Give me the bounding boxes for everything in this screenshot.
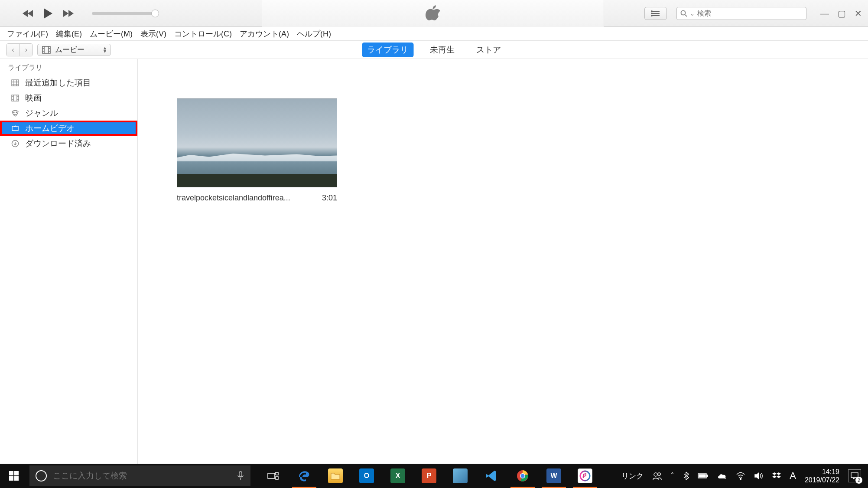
- search-input[interactable]: [697, 10, 803, 17]
- top-right-controls: ⌄ — ▢ ✕: [644, 0, 862, 27]
- tray-people-icon[interactable]: [652, 471, 662, 481]
- content-area: travelpocketsicelandlandoffirea... 3:01: [138, 59, 868, 464]
- sidebar: ライブラリ 最近追加した項目 映画 ジャンル: [0, 59, 138, 464]
- taskbar-itunes[interactable]: [569, 464, 601, 488]
- svg-point-5: [651, 15, 652, 16]
- svg-rect-35: [276, 472, 278, 475]
- sidebar-item-label: ダウンロード済み: [25, 138, 91, 149]
- apple-logo-icon: [426, 5, 440, 22]
- svg-line-7: [685, 15, 687, 16]
- clock-date: 2019/07/22: [805, 476, 839, 484]
- taskbar-notepad[interactable]: [445, 464, 476, 488]
- sidebar-item-genre[interactable]: ジャンル: [0, 105, 137, 121]
- svg-rect-32: [239, 472, 242, 477]
- taskbar-explorer[interactable]: [320, 464, 351, 488]
- menu-help[interactable]: ヘルプ(H): [297, 29, 331, 39]
- search-box[interactable]: ⌄: [676, 7, 806, 20]
- film-icon: [10, 95, 20, 102]
- taskbar-powerpoint[interactable]: P: [413, 464, 445, 488]
- itunes-window: ⌄ — ▢ ✕ ファイル(F) 編集(E) ムービー(M) 表示(V) コントロ…: [0, 0, 868, 464]
- svg-point-4: [651, 13, 652, 14]
- windows-logo-icon: [9, 471, 19, 481]
- svg-rect-44: [707, 475, 708, 477]
- sidebar-item-recent[interactable]: 最近追加した項目: [0, 75, 137, 90]
- tray-link-label[interactable]: リンク: [621, 471, 644, 481]
- next-button[interactable]: [62, 9, 75, 18]
- home-video-icon: [10, 125, 20, 132]
- media-type-selector[interactable]: ムービー ▴▾: [37, 44, 111, 56]
- minimize-button[interactable]: —: [820, 9, 829, 18]
- cortana-search[interactable]: [29, 465, 250, 486]
- now-playing-display: [262, 0, 604, 27]
- cortana-input[interactable]: [53, 471, 231, 481]
- tray-ime-indicator[interactable]: A: [790, 470, 796, 481]
- play-button[interactable]: [42, 7, 54, 20]
- svg-rect-15: [12, 80, 19, 86]
- close-button[interactable]: ✕: [855, 9, 862, 18]
- cortana-icon: [36, 470, 47, 481]
- tray-action-center[interactable]: 2: [848, 469, 861, 482]
- media-selector-label: ムービー: [55, 45, 99, 55]
- svg-point-28: [16, 112, 17, 113]
- svg-point-3: [651, 11, 652, 12]
- volume-thumb[interactable]: [151, 10, 159, 17]
- taskbar-edge[interactable]: [289, 464, 320, 488]
- grid-icon: [10, 79, 20, 86]
- system-tray: リンク ˄ A 14:19 2019/07/22 2: [621, 468, 868, 484]
- taskbar-chrome[interactable]: [507, 464, 538, 488]
- svg-point-41: [654, 473, 657, 476]
- center-tabs: ライブラリ 未再生 ストア: [362, 43, 506, 57]
- menu-file[interactable]: ファイル(F): [7, 29, 48, 39]
- sidebar-item-downloaded[interactable]: ダウンロード済み: [0, 136, 137, 151]
- tab-store[interactable]: ストア: [471, 43, 506, 57]
- video-meta: travelpocketsicelandlandoffirea... 3:01: [177, 193, 337, 203]
- search-icon: [680, 10, 687, 17]
- nav-back-button[interactable]: ‹: [7, 44, 20, 56]
- list-icon: [651, 10, 660, 17]
- volume-slider[interactable]: [92, 12, 159, 15]
- tray-clock[interactable]: 14:19 2019/07/22: [805, 468, 839, 484]
- sidebar-highlight: ホームビデオ: [0, 121, 137, 136]
- tray-battery-icon[interactable]: [698, 473, 708, 479]
- view-list-button[interactable]: [644, 7, 667, 20]
- mic-icon[interactable]: [237, 471, 244, 481]
- main-body: ライブラリ 最近追加した項目 映画 ジャンル: [0, 59, 868, 464]
- sidebar-header: ライブラリ: [0, 62, 137, 75]
- tray-dropbox-icon[interactable]: [772, 472, 781, 480]
- film-icon: [42, 46, 51, 54]
- svg-rect-34: [268, 473, 275, 478]
- menu-account[interactable]: アカウント(A): [240, 29, 289, 39]
- svg-point-6: [681, 11, 686, 15]
- taskbar-excel[interactable]: X: [382, 464, 413, 488]
- menu-control[interactable]: コントロール(C): [174, 29, 232, 39]
- svg-rect-20: [12, 95, 19, 101]
- taskbar-outlook[interactable]: O: [351, 464, 382, 488]
- start-button[interactable]: [0, 464, 28, 488]
- tray-wifi-icon[interactable]: [736, 472, 745, 480]
- nav-forward-button[interactable]: ›: [20, 44, 33, 56]
- previous-button[interactable]: [22, 9, 35, 18]
- taskbar-apps: O X P W: [257, 464, 601, 488]
- tab-library[interactable]: ライブラリ: [362, 43, 413, 57]
- taskbar-word[interactable]: W: [538, 464, 569, 488]
- windows-taskbar: O X P W リンク ˄: [0, 464, 868, 488]
- video-thumbnail[interactable]: [177, 98, 337, 187]
- tray-bluetooth-icon[interactable]: [683, 472, 689, 480]
- menu-bar: ファイル(F) 編集(E) ムービー(M) 表示(V) コントロール(C) アカ…: [0, 27, 868, 41]
- playback-controls: [22, 7, 75, 20]
- video-item[interactable]: travelpocketsicelandlandoffirea... 3:01: [177, 98, 337, 203]
- svg-rect-8: [42, 46, 50, 53]
- task-view-button[interactable]: [257, 464, 289, 488]
- tray-onedrive-icon[interactable]: [717, 472, 727, 479]
- menu-view[interactable]: 表示(V): [140, 29, 166, 39]
- tray-chevron-up-icon[interactable]: ˄: [670, 471, 674, 481]
- sidebar-item-movies[interactable]: 映画: [0, 90, 137, 105]
- taskbar-vscode[interactable]: [476, 464, 507, 488]
- tab-unplayed[interactable]: 未再生: [425, 43, 460, 57]
- menu-edit[interactable]: 編集(E): [56, 29, 82, 39]
- menu-movie[interactable]: ムービー(M): [90, 29, 133, 39]
- sidebar-item-home-video[interactable]: ホームビデオ: [0, 121, 137, 136]
- tray-volume-icon[interactable]: [754, 472, 764, 480]
- maximize-button[interactable]: ▢: [838, 9, 846, 18]
- sidebar-item-label: ジャンル: [25, 108, 58, 119]
